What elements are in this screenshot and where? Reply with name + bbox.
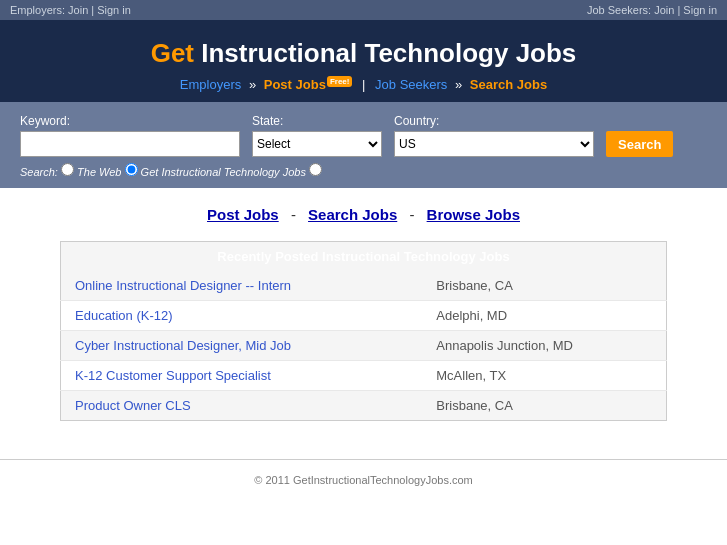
job-title-link[interactable]: Online Instructional Designer -- Intern <box>75 278 291 293</box>
table-row: Online Instructional Designer -- Intern … <box>61 271 667 301</box>
jobseekers-topbar-text[interactable]: Job Seekers: Join | Sign in <box>587 4 717 16</box>
job-title-link[interactable]: Product Owner CLS <box>75 398 191 413</box>
employers-link[interactable]: Employers <box>180 77 241 92</box>
free-badge: Free! <box>327 76 353 87</box>
site-title: Get Instructional Technology Jobs <box>10 38 717 69</box>
search-button[interactable]: Search <box>606 131 673 157</box>
table-row: K-12 Customer Support Specialist McAllen… <box>61 361 667 391</box>
header-nav: Employers » Post JobsFree! | Job Seekers… <box>10 77 717 92</box>
jobs-table: Recently Posted Instructional Technology… <box>60 241 667 421</box>
separator-1: - <box>291 206 300 223</box>
table-row: Product Owner CLS Brisbane, CA <box>61 391 667 421</box>
keyword-label: Keyword: <box>20 114 240 128</box>
radio-extra[interactable] <box>309 163 322 176</box>
title-rest: Instructional Technology Jobs <box>194 38 576 68</box>
job-title-cell: Cyber Instructional Designer, Mid Job <box>61 331 423 361</box>
state-field-group: State: Select <box>252 114 382 157</box>
job-title-link[interactable]: K-12 Customer Support Specialist <box>75 368 271 383</box>
jobs-table-header: Recently Posted Instructional Technology… <box>61 242 667 272</box>
search-radio-label: Search: <box>20 166 58 178</box>
search-section: Keyword: State: Select Country: US Searc… <box>0 102 727 188</box>
job-location-cell: Annapolis Junction, MD <box>422 331 666 361</box>
job-title-cell: Online Instructional Designer -- Intern <box>61 271 423 301</box>
employers-topbar-text[interactable]: Employers: Join | Sign in <box>10 4 131 16</box>
country-label: Country: <box>394 114 594 128</box>
job-seekers-link[interactable]: Job Seekers <box>375 77 447 92</box>
footer: © 2011 GetInstructionalTechnologyJobs.co… <box>0 459 727 500</box>
search-row: Keyword: State: Select Country: US Searc… <box>20 114 707 157</box>
country-field-group: Country: US <box>394 114 594 157</box>
job-location-cell: Adelphi, MD <box>422 301 666 331</box>
title-get: Get <box>151 38 194 68</box>
search-jobs-header-link[interactable]: Search Jobs <box>470 77 547 92</box>
state-select[interactable]: Select <box>252 131 382 157</box>
radio-site[interactable] <box>125 163 138 176</box>
top-bar: Employers: Join | Sign in Job Seekers: J… <box>0 0 727 20</box>
job-location-cell: Brisbane, CA <box>422 391 666 421</box>
country-select[interactable]: US <box>394 131 594 157</box>
separator-pipe: | <box>362 77 365 92</box>
header: Get Instructional Technology Jobs Employ… <box>0 20 727 102</box>
job-title-link[interactable]: Education (K-12) <box>75 308 173 323</box>
search-radio-row: Search: The Web Get Instructional Techno… <box>20 163 707 178</box>
job-title-cell: K-12 Customer Support Specialist <box>61 361 423 391</box>
table-row: Education (K-12) Adelphi, MD <box>61 301 667 331</box>
job-title-cell: Education (K-12) <box>61 301 423 331</box>
post-jobs-link-main[interactable]: Post Jobs <box>207 206 279 223</box>
browse-jobs-link-main[interactable]: Browse Jobs <box>427 206 520 223</box>
radio-web-label: The Web <box>77 166 121 178</box>
chevron-icon-1: » <box>249 77 256 92</box>
job-title-cell: Product Owner CLS <box>61 391 423 421</box>
keyword-field-group: Keyword: <box>20 114 240 157</box>
main-content: Post Jobs - Search Jobs - Browse Jobs Re… <box>0 188 727 439</box>
job-location-cell: Brisbane, CA <box>422 271 666 301</box>
state-label: State: <box>252 114 382 128</box>
job-location-cell: McAllen, TX <box>422 361 666 391</box>
job-title-link[interactable]: Cyber Instructional Designer, Mid Job <box>75 338 291 353</box>
copyright-text: © 2011 GetInstructionalTechnologyJobs.co… <box>254 474 472 486</box>
radio-site-label: Get Instructional Technology Jobs <box>141 166 306 178</box>
chevron-icon-2: » <box>455 77 462 92</box>
separator-2: - <box>409 206 418 223</box>
post-jobs-link[interactable]: Post Jobs <box>264 77 326 92</box>
page-links: Post Jobs - Search Jobs - Browse Jobs <box>60 206 667 223</box>
table-row: Cyber Instructional Designer, Mid Job An… <box>61 331 667 361</box>
search-jobs-link-main[interactable]: Search Jobs <box>308 206 397 223</box>
radio-web[interactable] <box>61 163 74 176</box>
keyword-input[interactable] <box>20 131 240 157</box>
